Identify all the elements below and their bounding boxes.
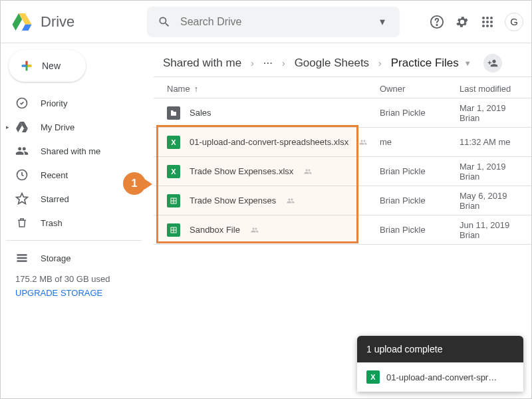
shared-indicator-icon: [285, 197, 296, 205]
svg-point-9: [486, 25, 489, 27]
xlsx-icon: X: [366, 370, 380, 384]
file-owner: me: [380, 137, 460, 147]
sidebar-item-starred[interactable]: Starred: [6, 187, 142, 211]
chevron-right-icon: ›: [281, 58, 287, 68]
sheets-icon: [167, 194, 180, 207]
file-row[interactable]: Sales Brian PickleMar 1, 2019 Brian: [154, 98, 531, 128]
sidebar-item-priority[interactable]: Priority: [6, 91, 142, 115]
sidebar-item-shared[interactable]: Shared with me: [6, 139, 142, 163]
clock-icon: [15, 168, 29, 182]
file-name: Sales: [190, 108, 211, 118]
priority-icon: [15, 96, 29, 110]
xlsx-icon: X: [167, 165, 180, 178]
shared-icon: [15, 144, 29, 158]
upload-toast: 1 upload complete X 01-upload-and-conver…: [357, 336, 523, 392]
apps-grid-icon[interactable]: [479, 14, 495, 30]
shared-indicator-icon: [249, 226, 260, 234]
file-row[interactable]: X01-upload-and-convert-spreadsheets.xlsx…: [154, 128, 531, 157]
file-owner: Brian Pickle: [380, 196, 460, 205]
drive-logo-icon: [9, 9, 35, 35]
chevron-right-icon: ›: [249, 58, 255, 68]
person-add-icon: [487, 58, 498, 68]
sidebar-item-label: Recent: [41, 170, 68, 180]
help-icon[interactable]: [429, 14, 445, 30]
file-modified: May 6, 2019 Brian: [460, 191, 526, 211]
mydrive-icon: [15, 120, 29, 134]
file-name: Sandbox File: [190, 225, 240, 235]
svg-point-6: [486, 21, 489, 23]
svg-point-4: [490, 17, 493, 19]
callout-number: 1: [132, 178, 138, 190]
svg-point-10: [490, 25, 493, 27]
svg-point-7: [490, 21, 493, 23]
star-icon: [15, 192, 29, 205]
chevron-right-icon: ›: [377, 58, 383, 68]
storage-usage: 175.2 MB of 30 GB used: [6, 270, 142, 288]
sidebar-item-recent[interactable]: Recent: [6, 163, 142, 187]
file-modified: 11:32 AM me: [460, 137, 526, 147]
svg-point-8: [482, 25, 485, 27]
column-headers: Name ↑ Owner Last modified: [154, 77, 531, 98]
svg-point-5: [482, 21, 485, 23]
folder-icon: [167, 106, 180, 120]
column-owner-header[interactable]: Owner: [380, 84, 460, 94]
file-owner: Brian Pickle: [380, 166, 460, 176]
breadcrumb-item[interactable]: Shared with me: [159, 54, 245, 72]
settings-gear-icon[interactable]: [454, 14, 470, 30]
sidebar-item-trash[interactable]: Trash: [6, 211, 142, 235]
svg-rect-13: [17, 254, 27, 256]
sheets-icon: [167, 223, 180, 237]
svg-rect-14: [17, 257, 27, 259]
breadcrumb-item[interactable]: Google Sheets: [291, 54, 373, 72]
toast-filename: 01-upload-and-convert-spr…: [386, 372, 497, 382]
svg-point-2: [482, 17, 485, 19]
trash-icon: [15, 216, 29, 229]
sort-arrow-up-icon: ↑: [194, 84, 199, 94]
plus-icon: [18, 57, 35, 74]
file-modified: Mar 1, 2019 Brian: [460, 103, 526, 123]
svg-point-1: [436, 24, 437, 25]
breadcrumb-item-current[interactable]: Practice Files▼: [387, 54, 475, 72]
shared-indicator-icon: [303, 168, 313, 176]
sidebar-item-mydrive[interactable]: My Drive: [6, 115, 142, 139]
account-avatar[interactable]: G: [505, 13, 523, 31]
toast-title: 1 upload complete: [357, 336, 523, 362]
share-button[interactable]: [483, 54, 502, 72]
search-input[interactable]: [180, 16, 366, 28]
xlsx-icon: X: [167, 136, 180, 149]
file-name: Trade Show Expenses: [190, 196, 276, 205]
new-button-label: New: [42, 61, 61, 71]
sidebar-item-label: My Drive: [41, 122, 74, 132]
search-options-caret-icon[interactable]: ▾: [374, 14, 390, 30]
storage-icon: [15, 251, 29, 265]
tutorial-callout-1: 1: [123, 172, 146, 195]
breadcrumb: Shared with me › ··· › Google Sheets › P…: [154, 50, 531, 77]
file-owner: Brian Pickle: [380, 108, 460, 118]
file-row[interactable]: Trade Show Expenses Brian PickleMay 6, 2…: [154, 186, 531, 215]
app-name: Drive: [41, 13, 74, 31]
svg-point-3: [486, 17, 489, 19]
sidebar-item-label: Storage: [41, 253, 71, 263]
sidebar-item-storage[interactable]: Storage: [6, 246, 142, 270]
svg-rect-15: [17, 260, 27, 262]
sidebar-item-label: Trash: [41, 218, 63, 228]
file-name: Trade Show Expenses.xlsx: [190, 166, 293, 176]
upgrade-storage-link[interactable]: UPGRADE STORAGE: [6, 288, 142, 298]
chevron-down-icon: ▼: [464, 59, 471, 67]
shared-indicator-icon: [358, 138, 368, 146]
file-modified: Jun 11, 2019 Brian: [460, 220, 526, 240]
breadcrumb-label: Practice Files: [391, 57, 459, 70]
file-modified: Mar 1, 2019 Brian: [460, 162, 526, 182]
search-icon: [156, 14, 172, 30]
file-row[interactable]: XTrade Show Expenses.xlsx Brian PickleMa…: [154, 157, 531, 186]
file-name: 01-upload-and-convert-spreadsheets.xlsx: [190, 137, 348, 147]
column-name-header[interactable]: Name ↑: [167, 84, 380, 94]
column-modified-header[interactable]: Last modified: [460, 84, 526, 94]
file-row[interactable]: Sandbox File Brian PickleJun 11, 2019 Br…: [154, 215, 531, 245]
sidebar-item-label: Priority: [41, 98, 67, 108]
sidebar-item-label: Shared with me: [41, 146, 100, 156]
file-owner: Brian Pickle: [380, 225, 460, 235]
search-box[interactable]: ▾: [147, 7, 400, 37]
new-button[interactable]: New: [9, 50, 86, 82]
breadcrumb-overflow[interactable]: ···: [259, 54, 277, 72]
